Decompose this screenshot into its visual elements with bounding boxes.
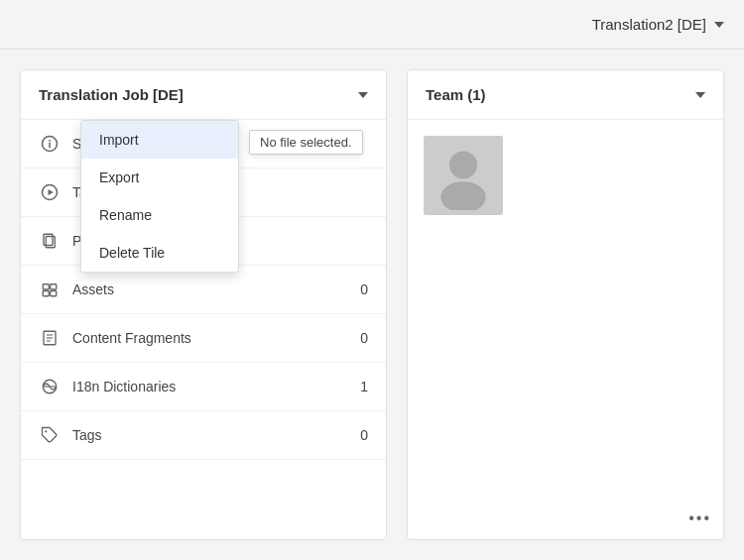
dropdown-item-import[interactable]: Import bbox=[81, 121, 238, 159]
team-card-body: ••• bbox=[408, 120, 723, 539]
tag-icon bbox=[39, 424, 61, 446]
row-content-fragments: Content Fragments 0 bbox=[21, 314, 386, 363]
assets-value: 0 bbox=[360, 281, 368, 297]
row-i18n: I18n Dictionaries 1 bbox=[21, 363, 386, 411]
row-assets: Assets 0 bbox=[21, 266, 386, 314]
avatar-silhouette-icon bbox=[429, 141, 498, 210]
team-card: Team (1) ••• bbox=[407, 69, 724, 540]
svg-rect-8 bbox=[51, 284, 57, 289]
team-member-avatar bbox=[424, 136, 503, 215]
assets-label: Assets bbox=[72, 281, 360, 297]
content-icon bbox=[39, 327, 61, 349]
svg-marker-4 bbox=[49, 189, 54, 195]
i18n-icon bbox=[39, 376, 61, 397]
top-bar: Translation2 [DE] bbox=[0, 0, 744, 50]
svg-point-17 bbox=[45, 430, 47, 432]
translation-job-title: Translation Job [DE] bbox=[39, 86, 184, 103]
top-bar-chevron-icon bbox=[714, 22, 724, 28]
translation-job-chevron-icon[interactable] bbox=[358, 92, 368, 98]
svg-rect-9 bbox=[43, 291, 49, 296]
content-fragments-value: 0 bbox=[360, 330, 368, 346]
team-card-chevron-icon[interactable] bbox=[695, 92, 705, 98]
top-bar-title-button[interactable]: Translation2 [DE] bbox=[592, 16, 724, 33]
row-tags: Tags 0 bbox=[21, 411, 386, 460]
svg-point-19 bbox=[440, 181, 486, 210]
dropdown-item-rename[interactable]: Rename bbox=[81, 196, 238, 234]
assets-icon bbox=[39, 279, 61, 300]
context-dropdown-menu: Import Export Rename Delete Tile bbox=[80, 120, 239, 273]
translation-job-card-header: Translation Job [DE] bbox=[21, 70, 386, 120]
svg-point-2 bbox=[49, 140, 51, 142]
i18n-value: 1 bbox=[360, 379, 368, 394]
main-content: Translation Job [DE] Status Target bbox=[0, 50, 744, 560]
content-fragments-label: Content Fragments bbox=[72, 330, 360, 346]
tags-label: Tags bbox=[72, 427, 360, 443]
pages-icon bbox=[39, 230, 61, 252]
info-icon bbox=[39, 133, 61, 155]
team-card-title: Team (1) bbox=[426, 86, 486, 103]
translation-job-card: Translation Job [DE] Status Target bbox=[20, 69, 387, 540]
i18n-label: I18n Dictionaries bbox=[72, 379, 360, 394]
dropdown-item-export[interactable]: Export bbox=[81, 159, 238, 196]
tags-value: 0 bbox=[360, 427, 368, 443]
dropdown-item-delete-tile[interactable]: Delete Tile bbox=[81, 234, 238, 272]
svg-rect-10 bbox=[51, 291, 57, 296]
svg-point-18 bbox=[449, 152, 477, 179]
more-options-button[interactable]: ••• bbox=[688, 509, 711, 527]
no-file-tooltip: No file selected. bbox=[249, 130, 363, 155]
team-card-header: Team (1) bbox=[408, 70, 723, 120]
top-bar-title-text: Translation2 [DE] bbox=[592, 16, 706, 33]
play-icon bbox=[39, 181, 61, 203]
svg-rect-7 bbox=[43, 284, 49, 289]
